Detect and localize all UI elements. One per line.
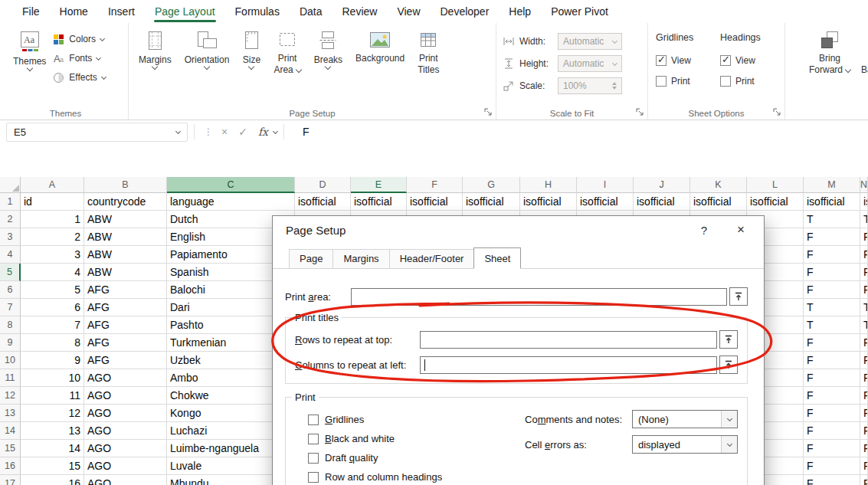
cell-M5[interactable]: F [804, 264, 860, 281]
dialog-tab-sheet[interactable]: Sheet [473, 247, 521, 269]
menu-tab-view[interactable]: View [387, 0, 430, 23]
cell-N12[interactable]: F [860, 387, 868, 405]
row-header-4[interactable]: 4 [0, 246, 21, 264]
menu-tab-home[interactable]: Home [50, 0, 98, 23]
draft-quality-checkbox[interactable] [308, 453, 319, 464]
column-header-G[interactable]: G [463, 177, 520, 193]
cell-B3[interactable]: ABW [84, 228, 167, 246]
cell-B2[interactable]: ABW [84, 211, 167, 228]
cell-B5[interactable]: ABW [84, 264, 167, 281]
menu-tab-formulas[interactable]: Formulas [225, 0, 290, 23]
rows-to-repeat-collapse-button[interactable] [719, 330, 738, 349]
row-header-5[interactable]: 5 [0, 264, 21, 281]
cell-M16[interactable]: F [804, 457, 860, 475]
cell-C1[interactable]: language [167, 193, 295, 211]
row-header-11[interactable]: 11 [0, 369, 21, 387]
cell-B1[interactable]: countrycode [84, 193, 167, 211]
menu-tab-review[interactable]: Review [332, 0, 388, 23]
menu-tab-data[interactable]: Data [290, 0, 332, 23]
cell-A16[interactable]: 15 [21, 457, 84, 475]
row-header-16[interactable]: 16 [0, 457, 21, 475]
cell-N10[interactable]: F [860, 352, 868, 369]
gridlines-print-checkbox[interactable] [656, 76, 667, 87]
cell-G1[interactable]: isofficial [463, 193, 520, 211]
cell-N14[interactable]: F [860, 422, 868, 440]
cell-M4[interactable]: F [804, 246, 860, 264]
spinner-arrows[interactable] [612, 82, 617, 90]
menu-tab-help[interactable]: Help [499, 0, 541, 23]
cell-N3[interactable]: F [860, 228, 868, 246]
row-header-7[interactable]: 7 [0, 299, 21, 316]
dropdown-arrow-button[interactable] [721, 411, 737, 428]
orientation-button[interactable]: Orientation [181, 27, 234, 72]
print-titles-button[interactable]: Print Titles [414, 27, 443, 79]
cell-A4[interactable]: 3 [21, 246, 84, 264]
cell-N6[interactable]: F [860, 281, 868, 299]
cell-M15[interactable]: F [804, 440, 860, 457]
column-header-K[interactable]: K [690, 177, 747, 193]
enter-icon[interactable]: ✓ [238, 126, 247, 138]
row-header-10[interactable]: 10 [0, 352, 21, 369]
cell-N16[interactable]: F [860, 457, 868, 475]
cell-B7[interactable]: AFG [84, 299, 167, 316]
margins-button[interactable]: Margins [135, 27, 175, 72]
comments-and-notes-dropdown[interactable]: (None) [632, 410, 738, 428]
formula-content[interactable]: F [303, 126, 310, 138]
cell-M11[interactable]: F [804, 369, 860, 387]
gridlines-checkbox[interactable] [308, 415, 319, 425]
row-header-17[interactable]: 17 [0, 475, 21, 485]
cell-B15[interactable]: AGO [84, 440, 167, 457]
row-header-8[interactable]: 8 [0, 316, 21, 334]
cancel-icon[interactable]: × [221, 126, 228, 138]
menu-tab-insert[interactable]: Insert [98, 0, 145, 23]
column-header-H[interactable]: H [520, 177, 577, 193]
cell-B4[interactable]: ABW [84, 246, 167, 264]
cell-A1[interactable]: id [21, 193, 84, 211]
cell-A7[interactable]: 6 [21, 299, 84, 316]
name-box[interactable]: E5 [6, 123, 188, 142]
help-icon[interactable]: ? [683, 224, 726, 237]
themes-button[interactable]: Aa Themes [9, 27, 50, 74]
cell-B17[interactable]: AGO [84, 475, 167, 485]
column-header-M[interactable]: M [804, 177, 860, 193]
print-area-input[interactable] [351, 288, 727, 306]
size-button[interactable]: Size [238, 27, 264, 72]
cell-M10[interactable]: F [804, 352, 860, 369]
row-header-2[interactable]: 2 [0, 211, 21, 228]
cell-N4[interactable]: F [860, 246, 868, 264]
menu-tab-page-layout[interactable]: Page Layout [145, 0, 225, 23]
select-all-corner[interactable] [0, 177, 21, 193]
black-and-white-checkbox[interactable] [308, 434, 319, 444]
cell-I1[interactable]: isofficial [577, 193, 634, 211]
column-header-I[interactable]: I [577, 177, 634, 193]
row-header-3[interactable]: 3 [0, 228, 21, 246]
print-area-button[interactable]: Print Area [270, 27, 304, 79]
cell-A10[interactable]: 9 [21, 352, 84, 369]
close-icon[interactable]: × [726, 222, 756, 238]
background-button[interactable]: Background [352, 27, 408, 67]
gridlines-view-checkbox[interactable] [656, 55, 667, 66]
scale-spinner[interactable]: 100% [558, 77, 622, 94]
cell-B11[interactable]: AGO [84, 369, 167, 387]
cell-B8[interactable]: AFG [84, 316, 167, 334]
cell-N7[interactable]: T [860, 299, 868, 316]
cell-B14[interactable]: AGO [84, 422, 167, 440]
cell-N11[interactable]: F [860, 369, 868, 387]
rows-to-repeat-input[interactable] [420, 331, 717, 349]
cell-A13[interactable]: 12 [21, 405, 84, 422]
cell-N1[interactable]: isofficial [860, 193, 868, 211]
row-header-15[interactable]: 15 [0, 440, 21, 457]
cell-K1[interactable]: isofficial [690, 193, 747, 211]
cell-M12[interactable]: F [804, 387, 860, 405]
cell-B16[interactable]: AGO [84, 457, 167, 475]
cell-A11[interactable]: 10 [21, 369, 84, 387]
column-header-D[interactable]: D [295, 177, 351, 193]
row-header-1[interactable]: 1 [0, 193, 21, 211]
menu-tab-file[interactable]: File [12, 0, 50, 23]
row-header-13[interactable]: 13 [0, 405, 21, 422]
cell-F1[interactable]: isofficial [407, 193, 463, 211]
dialog-tab-header-footer[interactable]: Header/Footer [389, 249, 475, 269]
cell-B10[interactable]: AFG [84, 352, 167, 369]
fonts-button[interactable]: Aa Fonts [50, 51, 108, 66]
insert-function-icon[interactable]: fx [258, 126, 268, 138]
